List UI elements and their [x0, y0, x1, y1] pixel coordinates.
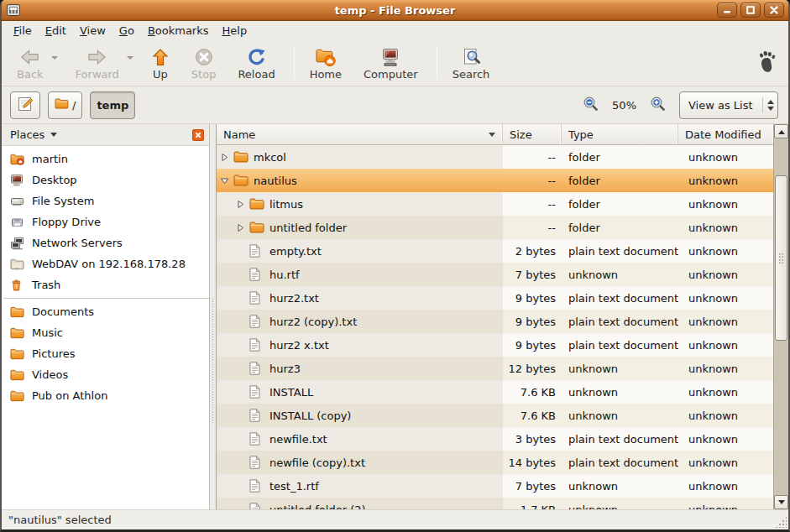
file-date-modified: unknown	[678, 474, 773, 498]
file-date-modified: unknown	[678, 286, 773, 310]
expander-open-icon[interactable]	[220, 176, 230, 185]
menu-view[interactable]: View	[73, 22, 112, 39]
file-row-untitled-folder[interactable]: untitled folder--folderunknown	[217, 216, 773, 239]
toolbar-up-button[interactable]: Up	[144, 44, 176, 81]
place-label: Network Servers	[32, 237, 123, 249]
file-date-modified: unknown	[678, 216, 773, 239]
file-row-test-1-rtf[interactable]: test_1.rtf7 bytesunknownunknown	[217, 474, 773, 498]
close-button[interactable]	[764, 3, 784, 18]
scroll-down-button[interactable]	[774, 495, 788, 509]
menu-bookmarks[interactable]: Bookmarks	[141, 22, 216, 39]
menu-bar: FileEditViewGoBookmarksHelp	[2, 21, 788, 40]
expander-spacer	[236, 270, 246, 279]
home-icon	[316, 47, 336, 67]
place-documents[interactable]: Documents	[2, 301, 209, 322]
file-icon	[249, 456, 264, 469]
column-header-name[interactable]: Name	[217, 124, 503, 144]
place-floppy-drive[interactable]: Floppy Drive	[2, 211, 209, 232]
folder-icon	[233, 151, 249, 163]
place-label: Desktop	[32, 174, 77, 186]
file-size: 1.7 KB	[503, 498, 562, 509]
column-header-type[interactable]: Type	[562, 124, 678, 144]
file-name: nautilus	[254, 175, 297, 187]
vertical-scrollbar[interactable]	[773, 124, 788, 509]
menu-help[interactable]: Help	[216, 22, 254, 39]
maximize-button[interactable]	[740, 3, 761, 18]
zoom-out-icon[interactable]	[583, 96, 599, 115]
minimize-button[interactable]	[717, 3, 737, 18]
column-header-date-modified[interactable]: Date Modified	[678, 124, 773, 144]
file-row-litmus[interactable]: litmus--folderunknown	[217, 192, 773, 216]
file-date-modified: unknown	[678, 380, 773, 404]
toolbar-stop-button[interactable]: Stop	[185, 44, 223, 81]
toolbar-back-dropdown[interactable]	[49, 45, 60, 70]
place-pictures[interactable]: Pictures	[2, 343, 209, 364]
place-file-system[interactable]: File System	[2, 190, 209, 211]
file-icon	[249, 503, 264, 509]
expander-closed-icon[interactable]	[236, 200, 246, 209]
file-row-nautilus[interactable]: nautilus--folderunknown	[217, 169, 773, 192]
toolbar-forward-dropdown[interactable]	[124, 45, 136, 70]
place-desktop[interactable]: Desktop	[2, 170, 209, 190]
file-icon	[249, 432, 264, 446]
file-row-hurz2-txt[interactable]: hurz2.txt9 bytesplain text documentunkno…	[217, 286, 773, 310]
menu-go[interactable]: Go	[112, 22, 141, 39]
toolbar-computer-button[interactable]: Computer	[357, 44, 425, 81]
menu-edit[interactable]: Edit	[39, 22, 73, 39]
file-row-hurz2-x-txt[interactable]: hurz2 x.txt9 bytesplain text documentunk…	[217, 333, 773, 357]
expander-closed-icon[interactable]	[220, 153, 230, 162]
file-row-empty-txt[interactable]: empty.txt2 bytesplain text documentunkno…	[217, 239, 773, 263]
window-resize-grip[interactable]	[775, 516, 787, 528]
file-row-install-copy[interactable]: INSTALL (copy)7.6 KBunknownunknown	[217, 404, 773, 427]
file-row-hu-rtf[interactable]: hu.rtf7 bytesunknownunknown	[217, 263, 773, 286]
network-icon	[10, 237, 24, 250]
file-row-untitled-folder-2[interactable]: untitled folder (2)1.7 KBunknownunknown	[217, 498, 773, 509]
file-type: unknown	[562, 380, 678, 404]
scroll-down-icon	[778, 500, 785, 508]
places-list: martinDesktopFile SystemFloppy DriveNetw…	[2, 146, 209, 406]
file-row-newfile-txt[interactable]: newfile.txt3 bytesplain text documentunk…	[217, 427, 773, 451]
toolbar-back-button[interactable]: Back	[10, 44, 50, 81]
file-row-install[interactable]: INSTALL7.6 KBunknownunknown	[217, 380, 773, 404]
place-music[interactable]: Music	[2, 322, 209, 343]
scroll-up-button[interactable]	[774, 124, 788, 138]
places-header[interactable]: Places	[2, 124, 209, 146]
file-row-newfile-copy-txt[interactable]: newfile (copy).txt14 bytesplain text doc…	[217, 451, 773, 474]
file-type: plain text document	[562, 427, 678, 451]
expander-spacer	[236, 411, 246, 420]
toolbar-home-button[interactable]: Home	[303, 44, 348, 81]
menu-file[interactable]: File	[7, 22, 39, 39]
places-label: Places	[10, 128, 44, 141]
place-label: Pictures	[32, 347, 75, 360]
file-type: plain text document	[562, 239, 678, 263]
titlebar[interactable]: temp - File Browser	[2, 0, 788, 21]
pane-splitter[interactable]	[210, 124, 216, 509]
toolbar-search-button[interactable]: Search	[446, 44, 497, 81]
scrollbar-thumb[interactable]	[775, 175, 787, 341]
sidebar-close-button[interactable]	[192, 129, 204, 141]
zoom-in-icon[interactable]	[650, 96, 666, 115]
file-date-modified: unknown	[678, 404, 773, 427]
root-path-button[interactable]: /	[48, 91, 82, 119]
edit-location-button[interactable]	[10, 91, 40, 119]
file-row-hurz3[interactable]: hurz312 bytesunknownunknown	[217, 357, 773, 380]
place-trash[interactable]: Trash	[2, 274, 209, 295]
view-mode-combo[interactable]: View as List	[679, 91, 778, 119]
place-webdav-on-192-168-178-28[interactable]: WebDAV on 192.168.178.28	[2, 253, 209, 274]
place-pub-on-athlon[interactable]: Pub on Athlon	[2, 385, 209, 406]
file-size: 9 bytes	[503, 310, 562, 333]
file-row-mkcol[interactable]: mkcol--folderunknown	[217, 145, 773, 169]
place-videos[interactable]: Videos	[2, 364, 209, 385]
file-row-hurz2-copy-txt[interactable]: hurz2 (copy).txt9 bytesplain text docume…	[217, 310, 773, 333]
expander-closed-icon[interactable]	[236, 223, 246, 232]
file-name: newfile (copy).txt	[269, 456, 365, 469]
file-name: hurz2.txt	[269, 292, 319, 305]
zoom-level: 50%	[612, 99, 636, 112]
current-path-button[interactable]: temp	[90, 91, 135, 119]
place-martin[interactable]: martin	[2, 149, 209, 170]
desktop-icon	[10, 174, 24, 187]
column-header-size[interactable]: Size	[503, 124, 562, 144]
place-network-servers[interactable]: Network Servers	[2, 232, 209, 253]
toolbar-reload-button[interactable]: Reload	[231, 44, 281, 81]
toolbar-forward-button[interactable]: Forward	[69, 44, 126, 81]
